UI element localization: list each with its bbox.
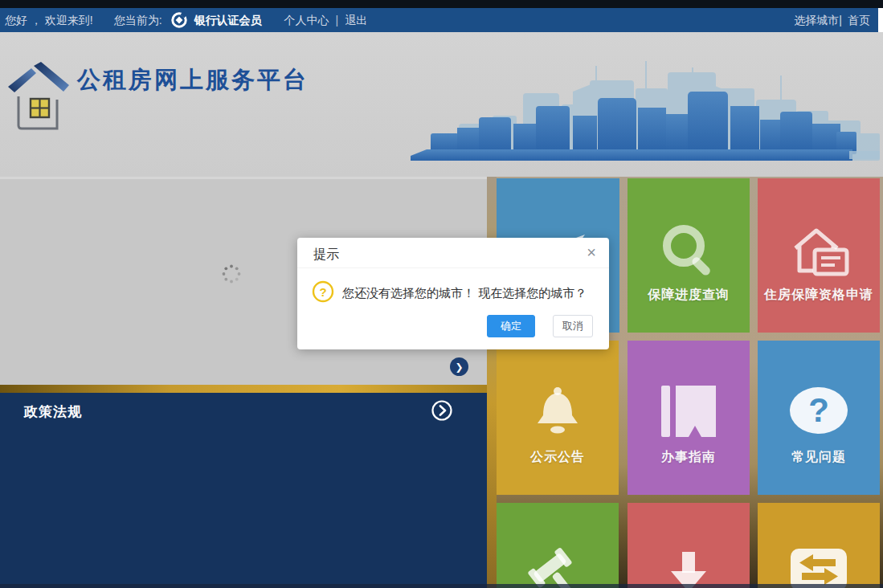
- gavel-icon: [497, 547, 619, 588]
- tile-label: 公示公告: [497, 449, 619, 466]
- greeting-text: 您好 ， 欢迎来到!: [5, 8, 93, 32]
- dialog-body: ? 您还没有选择您的城市！ 现在选择您的城市？: [297, 268, 609, 315]
- topbar-right-divider: |: [839, 8, 842, 32]
- bottom-edge-strip: [0, 584, 883, 588]
- dialog-title: 提示: [313, 247, 339, 263]
- policy-more-button[interactable]: [431, 399, 453, 425]
- policy-panel-title: 政策法规: [24, 402, 82, 421]
- tile-public-notice[interactable]: 公示公告: [497, 341, 619, 495]
- current-role-prefix: 您当前为:: [114, 8, 162, 32]
- book-bookmark-icon: [628, 385, 750, 438]
- topbar: 您好 ， 欢迎来到! 您当前为: 银行认证会员 个人中心 | 退出 选择城市 |…: [0, 8, 878, 32]
- policy-panel: 政策法规: [0, 393, 487, 588]
- gold-divider: [0, 385, 487, 393]
- tile-eligibility-apply[interactable]: 住房保障资格申请: [758, 178, 880, 333]
- question-glyph: ?: [319, 285, 326, 299]
- magnifier-icon: [628, 223, 750, 280]
- dialog-footer: 确定 取消: [487, 315, 593, 337]
- browser-top-strip: [0, 0, 883, 8]
- cancel-button[interactable]: 取消: [553, 315, 593, 337]
- chevron-right-icon: ❯: [455, 361, 463, 373]
- home-link[interactable]: 首页: [848, 8, 870, 32]
- site-logo-house-icon: [6, 55, 69, 135]
- close-icon[interactable]: ×: [587, 243, 596, 261]
- site-header: 公租房网上服务平台: [0, 32, 883, 177]
- tile-label: 保障进度查询: [628, 287, 750, 304]
- dialog-header: 提示 ×: [297, 238, 609, 268]
- confirm-button[interactable]: 确定: [487, 315, 535, 337]
- question-glyph: ?: [808, 391, 829, 429]
- exchange-arrows-icon: [758, 547, 880, 588]
- city-skyline-graphic: [403, 43, 880, 169]
- house-document-icon: [758, 223, 880, 282]
- topbar-divider: |: [336, 8, 339, 32]
- tile-download[interactable]: [628, 503, 750, 588]
- bell-icon: [497, 385, 619, 439]
- topbar-right: 选择城市 | 首页: [794, 8, 870, 32]
- page: 您好 ， 欢迎来到! 您当前为: 银行认证会员 个人中心 | 退出 选择城市 |…: [0, 0, 883, 588]
- tile-label: 常见问题: [758, 449, 880, 466]
- tile-label: 住房保障资格申请: [758, 287, 880, 304]
- select-city-link[interactable]: 选择城市: [794, 8, 839, 32]
- tile-service-guide[interactable]: 办事指南: [628, 341, 750, 495]
- topbar-left: 您好 ， 欢迎来到! 您当前为: 银行认证会员 个人中心 | 退出: [5, 8, 367, 32]
- city-select-dialog: 提示 × ? 您还没有选择您的城市！ 现在选择您的城市？ 确定 取消: [297, 238, 609, 349]
- member-badge: 银行认证会员: [194, 8, 262, 32]
- logout-link[interactable]: 退出: [345, 8, 367, 32]
- tile-progress-query[interactable]: 保障进度查询: [628, 178, 750, 333]
- question-bubble-icon: ?: [758, 385, 880, 436]
- loading-spinner-icon: [221, 263, 242, 288]
- tile-law[interactable]: [497, 503, 619, 588]
- tile-faq[interactable]: ? 常见问题: [758, 341, 880, 495]
- carousel-next-button[interactable]: ❯: [450, 357, 468, 376]
- bank-logo-icon: [170, 11, 188, 29]
- site-title: 公租房网上服务平台: [77, 64, 309, 96]
- tile-exchange[interactable]: [758, 503, 880, 588]
- download-arrow-icon: [628, 547, 750, 588]
- dialog-message: 您还没有选择您的城市！ 现在选择您的城市？: [342, 286, 587, 301]
- tile-label: 办事指南: [628, 449, 750, 466]
- profile-link[interactable]: 个人中心: [284, 8, 329, 32]
- question-circle-icon: ?: [312, 280, 334, 306]
